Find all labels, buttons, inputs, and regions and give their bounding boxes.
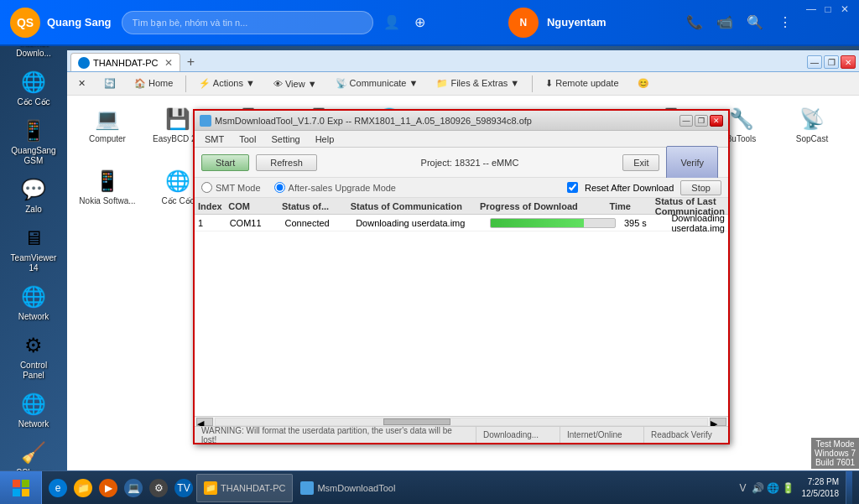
fm-new-tab-btn[interactable]: + [180, 53, 200, 71]
msm-after-sales-radio[interactable]: After-sales Upgrade Mode [274, 182, 396, 193]
msm-col-header-time: Time [609, 201, 654, 211]
zalo-more-icon[interactable]: ⋮ [773, 11, 797, 34]
fm-actions-btn[interactable]: ⚡ Actions ▼ [191, 75, 262, 91]
msm-menu-smt[interactable]: SMT [198, 133, 231, 145]
taskbar-start-button[interactable] [0, 471, 42, 505]
fm2-quick-icon: 💻 [124, 479, 143, 497]
msm-scrollbar[interactable]: ◀ ▶ [195, 416, 728, 426]
msm-menu-setting[interactable]: Setting [264, 133, 306, 145]
msm-stop-btn[interactable]: Stop [680, 180, 721, 195]
zalo-minimize-btn[interactable]: — [804, 2, 819, 17]
msm-verify-btn[interactable]: Verify [666, 146, 718, 179]
test-mode-line2: Windows 7 [815, 449, 856, 458]
msm-exit-btn[interactable]: Exit [622, 154, 659, 171]
taskbar-quick-ie[interactable]: e [45, 474, 70, 502]
msm-options-row: SMT Mode After-sales Upgrade Mode Reset … [195, 178, 728, 198]
network2-icon: 🌐 [20, 391, 47, 418]
msm-download-window: MsmDownloadTool_V1.7.0 Exp -- RMX1801_11… [193, 109, 730, 444]
taskbar-quick-tools[interactable]: ⚙ [146, 474, 171, 502]
msm-scroll-left-btn[interactable]: ◀ [196, 418, 213, 426]
desktop-icon-network[interactable]: 🌐 Network [4, 280, 63, 325]
fm-minimize-btn[interactable]: — [807, 55, 822, 69]
fm-sep1 [185, 75, 186, 92]
fm-smiley-btn[interactable]: 😊 [630, 75, 657, 91]
fm-item-icon-easybcd: 💾 [164, 106, 191, 132]
msm-minimize-btn[interactable]: — [679, 115, 693, 127]
fm-item-sopcast[interactable]: 📡 SopCast [778, 102, 846, 161]
msm-restore-btn[interactable]: ❐ [695, 115, 708, 127]
zalo-call-icon[interactable]: 📞 [683, 11, 706, 34]
msm-start-btn[interactable]: Start [201, 154, 249, 171]
msm-col-header-index: Index [198, 201, 228, 211]
fm-sep2 [532, 75, 533, 92]
fm-item-icon-computer: 💻 [94, 106, 121, 132]
fm-item-icon-3utools: 🔧 [728, 106, 755, 132]
fm-remote-btn[interactable]: ⬇ Remote update [538, 75, 626, 91]
msm-smt-mode-input[interactable] [201, 182, 212, 193]
desktop-icon-network2[interactable]: 🌐 Network [4, 387, 63, 433]
ccleaner-icon: 🧹 [20, 439, 47, 466]
network-icon: 🌐 [20, 283, 47, 310]
msm-smt-mode-radio[interactable]: SMT Mode [201, 182, 261, 193]
fm-restore-btn[interactable]: ❐ [824, 55, 839, 69]
tray-icons: V 🔊 🌐 🔋 [737, 481, 795, 495]
msm-row-progress [490, 218, 624, 228]
msm-reset-checkbox[interactable] [567, 182, 578, 193]
msm-col-header-comm: Status of Communication [351, 201, 480, 211]
taskbar-quick-wmp[interactable]: ▶ [96, 474, 121, 502]
fm-toolbar: ✕ 🔄 🏠 Home ⚡ Actions ▼ 👁 View ▼ 📡 Commun… [67, 72, 859, 96]
msm-refresh-btn[interactable]: Refresh [256, 154, 317, 171]
msm-scroll-right-btn[interactable]: ▶ [710, 418, 726, 426]
msm-row-index: 1 [198, 218, 230, 228]
fm-item-computer[interactable]: 💻 Computer [74, 102, 141, 161]
msm-row-status: Connected [284, 218, 356, 228]
svg-rect-3 [22, 489, 29, 496]
desktop-icon-quangsanggsm[interactable]: 📱 QuangSangGSM [4, 114, 63, 169]
msm-close-btn[interactable]: ✕ [710, 115, 723, 127]
msm-scrollbar-thumb[interactable] [383, 418, 450, 425]
fm-item-icon-nokia: 📱 [94, 168, 121, 195]
taskbar-quick-fm2[interactable]: 💻 [121, 474, 146, 502]
fm-tab-close[interactable]: ✕ [164, 57, 173, 69]
zalo-add-friend-icon[interactable]: 👤 [380, 11, 403, 34]
zalo-close-btn[interactable]: ✕ [837, 2, 852, 17]
desktop-icon-zalo[interactable]: 💬 Zalo [4, 173, 63, 218]
fm-home-btn[interactable]: 🏠 Home [127, 75, 180, 91]
tray-clock[interactable]: 7:28 PM 12/5/2018 [799, 476, 843, 500]
msm-after-sales-input[interactable] [274, 182, 285, 193]
desktop-icon-coccoc[interactable]: 🌐 Cốc Cốc [4, 65, 63, 111]
zalo-left-profile: QS Quang Sang [0, 8, 122, 38]
zalo-qr-icon[interactable]: ⊕ [409, 11, 432, 34]
msm-menu-tool[interactable]: Tool [232, 133, 263, 145]
tray-speaker-icon[interactable]: 🔊 [752, 481, 765, 495]
zalo-video-icon[interactable]: 📹 [713, 11, 737, 34]
tray-network-tray-icon[interactable]: 🌐 [767, 481, 780, 495]
desktop-icon-label-network: Network [18, 312, 49, 322]
taskbar-item-msm[interactable]: MsmDownloadTool [293, 474, 403, 502]
desktop-icon-teamviewer14[interactable]: 🖥 TeamViewer14 [4, 221, 63, 277]
taskbar-quick-team[interactable]: TV [171, 474, 196, 502]
zalo-search-right-icon[interactable]: 🔍 [743, 11, 767, 34]
msm-menu-help[interactable]: Help [309, 133, 341, 145]
tray-battery-icon[interactable]: 🔋 [782, 481, 795, 495]
desktop-icon-controlpanel[interactable]: ⚙ ControlPanel [4, 329, 63, 384]
fm-files-btn[interactable]: 📁 Files & Extras ▼ [429, 75, 527, 91]
taskbar-item-filemanager[interactable]: 📁 THANHDAT-PC [196, 474, 293, 502]
fm-item-nokia[interactable]: 📱 Nokia Softwa... [74, 164, 141, 223]
fm-communicate-btn[interactable]: 📡 Communicate ▼ [328, 75, 426, 91]
fm-refresh-btn[interactable]: 🔄 [96, 75, 123, 91]
fm-close-btn[interactable]: ✕ [841, 55, 856, 69]
zalo-search-input[interactable] [122, 11, 373, 34]
ie-quick-icon: e [49, 479, 67, 497]
tray-unikey-icon[interactable]: V [737, 481, 750, 495]
fm-view-btn[interactable]: 👁 View ▼ [266, 76, 325, 91]
fm-tab-thanhdat[interactable]: THANHDAT-PC ✕ [70, 53, 180, 71]
fm-back-btn[interactable]: ✕ [70, 75, 93, 91]
tray-corner-btn[interactable] [846, 471, 852, 505]
svg-rect-0 [13, 480, 20, 487]
taskbar-quick-explorer[interactable]: 📁 [70, 474, 96, 502]
msm-scrollbar-track[interactable] [215, 418, 708, 426]
desktop-icon-label-quangsanggsm: QuangSangGSM [11, 146, 55, 166]
msm-statusbar: WARNING: Will format the userdata partit… [195, 426, 728, 443]
zalo-maximize-btn[interactable]: □ [820, 2, 836, 17]
